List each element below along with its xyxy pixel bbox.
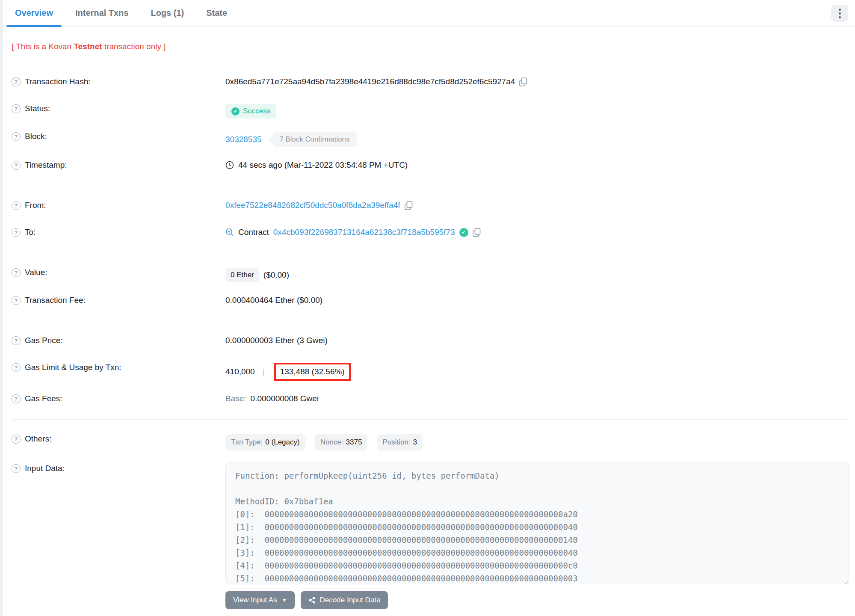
kebab-icon [839,9,841,11]
help-icon[interactable]: ? [12,104,21,113]
row-block: ? Block: 30328535 7 Block Confirmations [12,130,849,147]
clock-icon [225,161,234,169]
value-usd: ($0.00) [263,270,289,280]
help-icon[interactable]: ? [12,296,21,305]
position-badge: Position: 3 [377,434,423,450]
copy-from-address-icon[interactable] [405,201,413,210]
transaction-hash-value: 0x86ed5a771e725aa94d5b7fa2398e4419e216d8… [225,77,515,86]
input-data-label: ? Input Data: [12,462,225,473]
to-address-link[interactable]: 0x4cb093f226983713164a62138c3f718a5b595f… [273,228,455,237]
transaction-details-card: Overview Internal Txns Logs (1) State [ … [3,0,855,616]
section-divider [12,186,849,186]
gas-price-value: 0.000000003 Ether (3 Gwei) [225,336,328,345]
chevron-down-icon: ▼ [282,597,287,603]
page-background-edge [0,0,3,616]
row-transaction-hash: ? Transaction Hash: 0x86ed5a771e725aa94d… [12,75,849,91]
status-badge: ✓ Success [225,104,276,118]
timestamp-label: ? Timestamp: [12,159,225,170]
txn-type-badge: Txn Type: 0 (Legacy) [225,434,305,450]
view-input-as-button[interactable]: View Input As ▼ [225,591,295,609]
row-status: ? Status: ✓ Success [12,102,849,118]
tab-internal-txns[interactable]: Internal Txns [64,0,139,26]
block-number-link[interactable]: 30328535 [225,135,262,144]
row-input-data: ? Input Data: Function: performUpkeep(ui… [12,462,849,584]
tab-overview[interactable]: Overview [4,0,64,26]
help-icon[interactable]: ? [12,77,21,86]
help-icon[interactable]: ? [12,228,21,237]
gas-fees-base-value: 0.000000008 Gwei [251,394,319,403]
block-label: ? Block: [12,130,225,141]
value-ether-badge: 0 Ether [225,268,259,282]
gas-separator: | [259,367,268,376]
section-divider [12,253,849,253]
value-label: ? Value: [12,266,225,277]
row-gas-fees: ? Gas Fees: Base: 0.000000008 Gwei [12,392,849,408]
from-label: ? From: [12,199,225,210]
row-others: ? Others: Txn Type: 0 (Legacy) Nonce: 33… [12,432,849,450]
row-timestamp: ? Timestamp: 44 secs ago (Mar-11-2022 03… [12,159,849,174]
help-icon[interactable]: ? [12,201,21,210]
to-contract-prefix: Contract [238,228,269,237]
more-options-button[interactable] [831,5,848,22]
testnet-notice-suffix: transaction only ] [102,42,166,51]
gas-fees-base-label: Base: [225,394,246,403]
from-address-link[interactable]: 0xfee7522e8482682cf50ddc50a0f8da2a39effa… [225,201,400,210]
gas-usage-value: 133,488 (32.56%) [280,367,345,376]
copy-hash-icon[interactable] [519,77,527,86]
help-icon[interactable]: ? [12,268,21,277]
check-circle-icon: ✓ [231,107,240,116]
testnet-notice-prefix: [ This is a Kovan [12,42,74,51]
help-icon[interactable]: ? [12,464,21,473]
tab-bar: Overview Internal Txns Logs (1) State [3,0,855,27]
help-icon[interactable]: ? [12,132,21,141]
help-icon[interactable]: ? [12,394,21,403]
tab-state[interactable]: State [195,0,238,26]
gas-price-label: ? Gas Price: [12,334,225,345]
gas-fees-label: ? Gas Fees: [12,392,225,403]
timestamp-value: 44 secs ago (Mar-11-2022 03:54:48 PM +UT… [238,160,408,170]
help-icon[interactable]: ? [12,363,21,372]
to-label: ? To: [12,226,225,237]
section-divider [12,419,849,420]
input-data-actions: View Input As ▼ Decode Input Data [225,591,849,609]
transaction-hash-label: ? Transaction Hash: [12,75,225,86]
testnet-notice: [ This is a Kovan Testnet transaction on… [12,42,855,51]
decode-input-data-button[interactable]: Decode Input Data [301,591,388,609]
tab-logs[interactable]: Logs (1) [139,0,195,26]
help-icon[interactable]: ? [12,435,21,444]
row-to: ? To: Contract 0x4cb093f226983713164a621… [12,226,849,241]
row-from: ? From: 0xfee7522e8482682cf50ddc50a0f8da… [12,199,849,214]
row-gas-limit-usage: ? Gas Limit & Usage by Txn: 410,000 | 13… [12,361,849,381]
others-label: ? Others: [12,432,225,444]
help-icon[interactable]: ? [12,161,21,170]
row-gas-price: ? Gas Price: 0.000000003 Ether (3 Gwei) [12,334,849,349]
decode-icon [308,596,316,604]
copy-to-address-icon[interactable] [473,228,481,237]
transaction-fee-value: 0.000400464 Ether ($0.00) [225,296,322,305]
zoom-in-icon[interactable] [225,228,234,237]
testnet-notice-bold: Testnet [74,42,102,51]
row-value: ? Value: 0 Ether ($0.00) [12,266,849,282]
status-label: ? Status: [12,102,225,113]
nonce-badge: Nonce: 3375 [315,434,368,450]
block-confirmations-badge: 7 Block Confirmations [269,132,357,147]
gas-limit-usage-label: ? Gas Limit & Usage by Txn: [12,361,225,372]
input-data-textarea[interactable]: Function: performUpkeep(uint256 id, byte… [225,462,849,584]
gas-usage-highlight: 133,488 (32.56%) [274,363,351,381]
section-divider [12,321,849,321]
transaction-fee-label: ? Transaction Fee: [12,294,225,305]
gas-limit-value: 410,000 [225,367,255,376]
help-icon[interactable]: ? [12,336,21,345]
verified-contract-check-icon: ✓ [459,228,468,237]
row-transaction-fee: ? Transaction Fee: 0.000400464 Ether ($0… [12,294,849,309]
